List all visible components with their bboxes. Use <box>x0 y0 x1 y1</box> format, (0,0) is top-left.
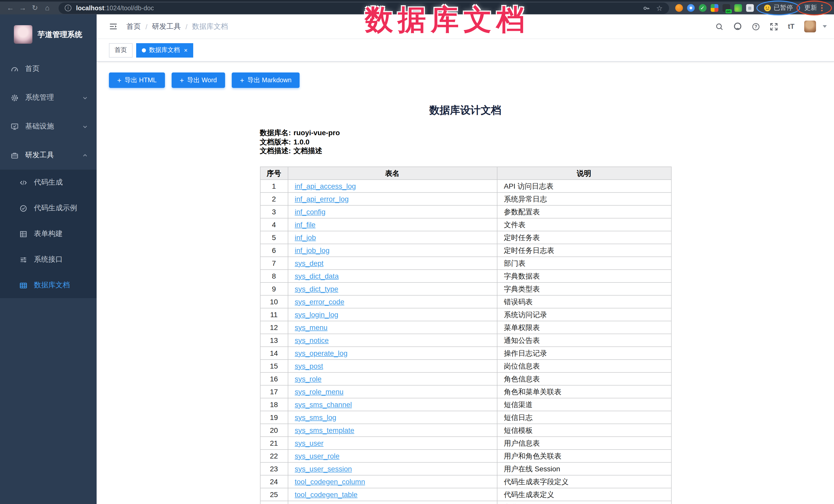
table-name-cell: sys_dict_data <box>288 269 497 282</box>
table-header-row: 序号表名说明 <box>260 167 671 179</box>
user-avatar[interactable] <box>804 21 816 32</box>
table-name-link[interactable]: sys_sms_template <box>295 426 354 434</box>
table-name-link[interactable]: tool_codegen_table <box>295 490 357 498</box>
table-name-link[interactable]: inf_file <box>295 220 315 228</box>
tab-首页[interactable]: 首页 <box>109 43 133 57</box>
sidebar-item-基础设施[interactable]: 基础设施 <box>0 112 96 141</box>
table-row: 4inf_file文件表 <box>260 218 671 231</box>
sidebar-fold-icon[interactable] <box>96 22 126 31</box>
sidebar-item-系统管理[interactable]: 系统管理 <box>0 83 96 112</box>
sidebar-item-label: 基础设施 <box>25 122 54 131</box>
table-name-link[interactable]: sys_post <box>295 361 323 370</box>
sidebar-subitem-系统接口[interactable]: 系统接口 <box>0 247 96 272</box>
table-name-link[interactable]: sys_role_menu <box>295 387 344 396</box>
table-desc-cell: 代码生成表字段定义 <box>497 475 671 488</box>
tab-数据库文档[interactable]: 数据库文档× <box>136 43 193 57</box>
table-name-cell: sys_notice <box>288 334 497 347</box>
table-name-link[interactable]: inf_api_error_log <box>295 195 349 203</box>
table-name-link[interactable]: sys_notice <box>295 336 329 344</box>
browser-update-button[interactable]: 更新 <box>799 3 829 13</box>
table-row: 20sys_sms_template短信模板 <box>260 423 671 436</box>
pin-extension-icon[interactable] <box>687 4 695 12</box>
table-name-cell: sys_sms_log <box>288 411 497 423</box>
paused-extension-chip[interactable]: 已暂停 <box>759 3 797 13</box>
search-icon[interactable] <box>716 22 724 30</box>
font-size-icon[interactable]: tT <box>788 23 795 30</box>
home-icon[interactable]: ⌂ <box>42 2 52 15</box>
table-row: 19sys_sms_log短信日志 <box>260 411 671 423</box>
leaf-extension-icon[interactable] <box>734 4 742 12</box>
table-name-link[interactable]: sys_user_role <box>295 452 339 460</box>
table-name-link[interactable]: tool_codegen_column <box>295 477 365 485</box>
table-name-cell: sys_user <box>288 436 497 449</box>
table-name-link[interactable]: sys_login_log <box>295 310 338 319</box>
sidebar-subitem-代码生成[interactable]: 代码生成 <box>0 170 96 195</box>
meta-label: 文档版本: <box>260 137 291 147</box>
document-meta-line: 文档版本:1.0.0 <box>260 137 671 147</box>
table-name-link[interactable]: inf_api_access_log <box>295 182 356 190</box>
close-icon[interactable]: × <box>184 47 188 53</box>
meta-value: 1.0.0 <box>293 137 309 147</box>
table-name-link[interactable]: tool_test_demo <box>295 503 344 504</box>
breadcrumb-item[interactable]: 首页 <box>126 22 141 31</box>
table-name-link[interactable]: sys_sms_channel <box>295 400 352 409</box>
bookmark-star-icon[interactable]: ☆ <box>656 4 663 12</box>
fullscreen-icon[interactable] <box>770 22 778 30</box>
grid-extension-icon[interactable] <box>710 4 718 12</box>
sidebar-subitem-表单构建[interactable]: 表单构建 <box>0 221 96 247</box>
address-bar[interactable]: i localhost:1024/tool/db-doc ☆ <box>59 2 669 14</box>
export-button-导出 Word[interactable]: +导出 Word <box>171 72 225 88</box>
table-name-link[interactable]: sys_user_session <box>295 464 352 473</box>
table-row: 10sys_error_code错误码表 <box>260 295 671 308</box>
table-name-cell: sys_user_role <box>288 449 497 462</box>
table-name-link[interactable]: sys_operate_log <box>295 349 348 357</box>
export-button-导出 Markdown[interactable]: +导出 Markdown <box>232 72 300 88</box>
table-name-cell: sys_user_session <box>288 462 497 475</box>
table-name-link[interactable]: sys_dict_data <box>295 272 338 280</box>
tags-view-bar: 首页数据库文档× <box>96 39 834 62</box>
sidebar-item-首页[interactable]: 首页 <box>0 54 96 83</box>
extensions-row: ✓ on <box>675 4 753 12</box>
table-name-link[interactable]: sys_error_code <box>295 298 344 306</box>
column-header-说明: 说明 <box>497 167 671 179</box>
sidebar-item-研发工具[interactable]: 研发工具 <box>0 141 96 170</box>
sidebar-subitem-数据库文档[interactable]: 数据库文档 <box>0 272 96 298</box>
table-name-cell: inf_file <box>288 218 497 231</box>
row-index: 11 <box>260 308 288 321</box>
table-name-link[interactable]: sys_role <box>295 374 322 383</box>
table-name-cell: inf_job_log <box>288 244 497 257</box>
github-icon[interactable] <box>733 22 742 31</box>
puzzle-extension-icon[interactable] <box>746 4 753 12</box>
row-index: 21 <box>260 436 288 449</box>
table-row: 23sys_user_session用户在线 Session <box>260 462 671 475</box>
table-desc-cell: 部门表 <box>497 257 671 269</box>
table-name-link[interactable]: sys_dict_type <box>295 285 338 293</box>
chevron-down-icon[interactable] <box>823 25 827 28</box>
check-extension-icon[interactable]: ✓ <box>699 4 706 12</box>
help-icon[interactable]: ? <box>752 22 760 30</box>
orange-extension-icon[interactable] <box>675 4 683 12</box>
info-icon[interactable]: i <box>65 5 71 11</box>
table-name-link[interactable]: sys_sms_log <box>295 413 336 421</box>
breadcrumb-item[interactable]: 研发工具 <box>152 22 181 31</box>
chevron-down-icon <box>82 124 88 129</box>
reload-icon[interactable]: ↻ <box>30 2 40 15</box>
sidebar-logo-row[interactable]: 芋道管理系统 <box>0 15 96 54</box>
plus-icon: + <box>180 76 184 84</box>
forward-icon[interactable]: → <box>18 2 28 15</box>
back-icon[interactable]: ← <box>5 2 16 15</box>
table-name-link[interactable]: sys_user <box>295 439 324 447</box>
table-name-link[interactable]: inf_job_log <box>295 246 329 254</box>
table-name-cell: sys_sms_template <box>288 423 497 436</box>
on-badge-extension-icon[interactable]: on <box>722 4 730 12</box>
table-name-link[interactable]: sys_dept <box>295 259 324 267</box>
kebab-menu-icon[interactable] <box>819 5 824 11</box>
export-button-导出 HTML[interactable]: +导出 HTML <box>109 72 165 88</box>
sidebar-subitem-代码生成示例[interactable]: 代码生成示例 <box>0 195 96 221</box>
key-icon[interactable] <box>643 4 650 12</box>
table-name-link[interactable]: sys_menu <box>295 323 328 331</box>
table-name-link[interactable]: inf_job <box>295 233 316 241</box>
document-meta: 数据库名:ruoyi-vue-pro文档版本:1.0.0文档描述:文档描述 <box>260 129 671 155</box>
tables-overview-table: 序号表名说明 1inf_api_access_logAPI 访问日志表2inf_… <box>260 166 671 504</box>
table-name-link[interactable]: inf_config <box>295 207 326 216</box>
